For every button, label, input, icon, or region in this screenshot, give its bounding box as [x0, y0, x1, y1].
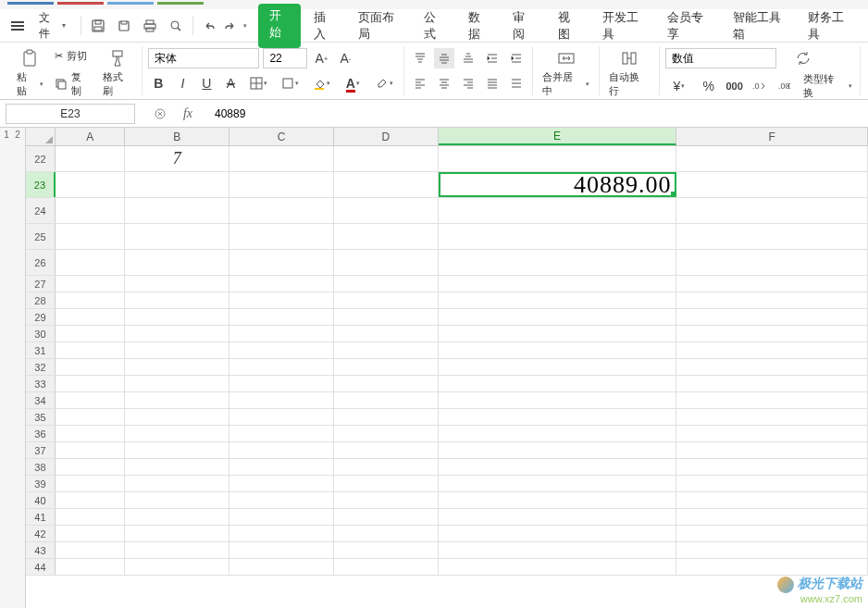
- cell[interactable]: [334, 292, 439, 308]
- cell[interactable]: [125, 376, 229, 391]
- cell[interactable]: [334, 559, 439, 575]
- cut-button[interactable]: ✂ 剪切: [53, 47, 93, 65]
- cell[interactable]: [439, 409, 676, 425]
- cell[interactable]: [125, 342, 229, 358]
- cell[interactable]: [676, 146, 868, 171]
- cell[interactable]: [125, 224, 229, 249]
- cell[interactable]: [229, 459, 334, 475]
- align-center-icon[interactable]: [434, 73, 454, 93]
- cell[interactable]: [439, 476, 676, 491]
- cell[interactable]: [439, 198, 676, 223]
- cell[interactable]: [56, 442, 125, 458]
- cell[interactable]: [229, 292, 334, 308]
- decrease-font-icon[interactable]: A-: [335, 48, 355, 68]
- row-header[interactable]: 25: [26, 224, 56, 249]
- italic-icon[interactable]: I: [172, 73, 192, 93]
- row-header[interactable]: 23: [26, 172, 56, 197]
- row-header[interactable]: 29: [26, 309, 56, 325]
- cell[interactable]: [125, 526, 229, 541]
- select-all-corner[interactable]: [26, 128, 56, 145]
- ribbon-tab-insert[interactable]: 插入: [303, 4, 345, 48]
- align-left-icon[interactable]: [410, 73, 430, 93]
- cell[interactable]: [125, 326, 229, 341]
- cell[interactable]: [56, 526, 125, 541]
- cell[interactable]: [125, 459, 229, 475]
- row-header[interactable]: 35: [26, 409, 56, 425]
- print-icon[interactable]: [141, 17, 159, 35]
- cell[interactable]: [334, 376, 439, 391]
- redo-icon[interactable]: [222, 17, 239, 35]
- align-bottom-icon[interactable]: [458, 48, 478, 68]
- ribbon-tab-view[interactable]: 视图: [547, 4, 589, 48]
- cell[interactable]: [56, 342, 125, 358]
- cell[interactable]: [676, 309, 868, 325]
- align-right-icon[interactable]: [458, 73, 478, 93]
- doc-tab[interactable]: [57, 2, 104, 5]
- type-convert-button[interactable]: 类型转换▾: [801, 70, 854, 102]
- cell[interactable]: [56, 459, 125, 475]
- file-menu[interactable]: 文件 ▾: [31, 6, 73, 45]
- cell[interactable]: [334, 309, 439, 325]
- justify-icon[interactable]: [482, 73, 502, 93]
- cell[interactable]: 7: [125, 146, 229, 171]
- cell[interactable]: [676, 542, 868, 558]
- row-header[interactable]: 39: [26, 476, 56, 491]
- cell[interactable]: [56, 326, 125, 341]
- decrease-decimal-icon[interactable]: .00: [775, 76, 796, 96]
- cell[interactable]: [676, 224, 868, 249]
- outline-level[interactable]: 1: [2, 130, 11, 606]
- cell[interactable]: [229, 442, 334, 458]
- row-header[interactable]: 43: [26, 542, 56, 558]
- cell[interactable]: [229, 224, 334, 249]
- cell[interactable]: [56, 559, 125, 575]
- font-color-icon[interactable]: A▾: [339, 73, 366, 93]
- cell[interactable]: [125, 309, 229, 325]
- cell[interactable]: [56, 276, 125, 292]
- align-top-icon[interactable]: [410, 48, 430, 68]
- bold-icon[interactable]: B: [148, 73, 168, 93]
- cell[interactable]: [56, 509, 125, 525]
- doc-tab[interactable]: [107, 2, 154, 5]
- cell[interactable]: [676, 342, 868, 358]
- cell[interactable]: [334, 426, 439, 441]
- row-header[interactable]: 38: [26, 459, 56, 475]
- cell[interactable]: [229, 376, 334, 391]
- cell[interactable]: [334, 459, 439, 475]
- ribbon-tab-review[interactable]: 审阅: [502, 4, 544, 48]
- cell[interactable]: [676, 426, 868, 441]
- cell[interactable]: [439, 250, 676, 275]
- cell[interactable]: [676, 409, 868, 425]
- cell[interactable]: [334, 442, 439, 458]
- cell[interactable]: [676, 172, 868, 197]
- cell[interactable]: [125, 409, 229, 425]
- cell-reference-box[interactable]: E23: [6, 104, 135, 124]
- font-name-select[interactable]: [148, 48, 259, 68]
- cell[interactable]: [334, 198, 439, 223]
- ribbon-tab-home[interactable]: 开始: [258, 4, 301, 48]
- cell[interactable]: [56, 172, 125, 197]
- cell[interactable]: [229, 342, 334, 358]
- cell[interactable]: [334, 250, 439, 275]
- cell[interactable]: [676, 526, 868, 541]
- ribbon-tab-page-layout[interactable]: 页面布局: [347, 4, 411, 48]
- cell[interactable]: [676, 198, 868, 223]
- cell[interactable]: [676, 559, 868, 575]
- save-icon[interactable]: [89, 17, 107, 35]
- cell[interactable]: [676, 442, 868, 458]
- cell[interactable]: [56, 359, 125, 375]
- cell[interactable]: [229, 392, 334, 408]
- cell[interactable]: [56, 292, 125, 308]
- cell[interactable]: [229, 409, 334, 425]
- cell[interactable]: [439, 342, 676, 358]
- cell[interactable]: [229, 509, 334, 525]
- row-header[interactable]: 27: [26, 276, 56, 292]
- cell[interactable]: [439, 276, 676, 292]
- cell[interactable]: [56, 392, 125, 408]
- cell[interactable]: [229, 559, 334, 575]
- cell[interactable]: [334, 392, 439, 408]
- cell[interactable]: [125, 276, 229, 292]
- cell[interactable]: [229, 276, 334, 292]
- ribbon-tab-smart-tools[interactable]: 智能工具箱: [722, 4, 796, 48]
- column-header[interactable]: E: [439, 128, 677, 145]
- cell[interactable]: [439, 442, 676, 458]
